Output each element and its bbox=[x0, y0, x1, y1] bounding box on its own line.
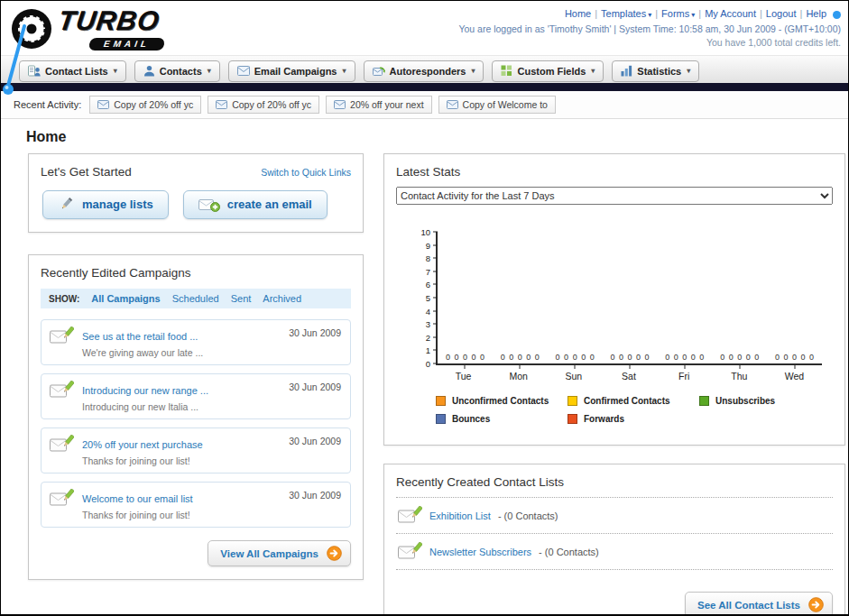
see-all-contact-lists-button[interactable]: See All Contact Lists bbox=[685, 592, 833, 616]
campaigns-filter-bar: SHOW: All CampaignsScheduledSentArchived bbox=[41, 289, 351, 308]
nav-tabs: Contact Lists▾Contacts▾Email Campaigns▾A… bbox=[19, 60, 848, 82]
y-axis-tick-mark bbox=[433, 232, 438, 233]
link-separator: | bbox=[655, 8, 658, 19]
create-email-label: create an email bbox=[227, 198, 312, 211]
contact-list-name-link[interactable]: Exhibition List bbox=[429, 510, 491, 521]
bar-value-label: 0 bbox=[564, 353, 568, 362]
campaign-row: 20% off your next purchaseThanks for joi… bbox=[41, 428, 351, 473]
contact-lists-title: Recently Created Contact Lists bbox=[396, 475, 833, 498]
nav-tab-label: Custom Fields bbox=[517, 66, 586, 77]
filter-all-campaigns[interactable]: All Campaigns bbox=[91, 293, 160, 304]
get-started-panel: Let's Get Started Switch to Quick Links bbox=[28, 153, 364, 233]
latest-stats-title: Latest Stats bbox=[396, 165, 833, 179]
y-axis-tick-label: 9 bbox=[426, 240, 430, 250]
y-axis-tick-mark bbox=[433, 350, 438, 351]
nav-tab-label: Contacts bbox=[160, 66, 202, 77]
legend-label: Forwards bbox=[584, 414, 624, 424]
chart-x-axis-labels: TueMonSunSatFriThuWed bbox=[436, 365, 822, 383]
custom-fields-icon bbox=[501, 65, 512, 77]
x-axis-label: Tue bbox=[456, 371, 472, 382]
top-link-templates[interactable]: Templates▾ bbox=[601, 8, 651, 19]
link-separator: | bbox=[698, 8, 701, 19]
recent-activity-item[interactable]: Copy of 20% off yc bbox=[208, 96, 319, 114]
bar-value-labels: 00000 bbox=[556, 353, 595, 362]
bar-value-label: 0 bbox=[463, 353, 467, 362]
envelope-pencil-icon bbox=[50, 489, 74, 508]
manage-lists-button[interactable]: manage lists bbox=[42, 190, 169, 219]
create-email-button[interactable]: create an email bbox=[183, 190, 328, 219]
campaign-date: 30 Jun 2009 bbox=[289, 382, 341, 392]
filter-sent[interactable]: Sent bbox=[231, 293, 252, 304]
speedometer-icon bbox=[10, 7, 53, 51]
recent-activity-item[interactable]: Copy of Welcome to bbox=[438, 96, 556, 114]
top-link-my-account[interactable]: My Account bbox=[705, 8, 756, 19]
tab-contacts[interactable]: Contacts▾ bbox=[134, 60, 220, 82]
x-axis-label: Sun bbox=[566, 371, 583, 382]
campaign-date: 30 Jun 2009 bbox=[289, 436, 341, 446]
y-axis-tick-label: 8 bbox=[426, 253, 430, 263]
bar-value-label: 0 bbox=[746, 353, 751, 362]
y-axis-tick-mark bbox=[433, 244, 438, 245]
stats-period-select[interactable]: Contact Activity for the Last 7 Days bbox=[396, 187, 833, 205]
y-axis-tick: 8 bbox=[409, 253, 438, 263]
campaign-title-link[interactable]: Introducing our new range ... bbox=[82, 385, 208, 396]
header-right: Home|Templates▾|Forms▾|My Account|Logout… bbox=[458, 5, 841, 53]
arrow-circle-icon bbox=[327, 546, 342, 561]
bar-value-labels: 00000 bbox=[610, 353, 649, 362]
tab-statistics[interactable]: Statistics▾ bbox=[612, 60, 699, 82]
top-link-logout[interactable]: Logout bbox=[766, 8, 797, 19]
top-link-forms[interactable]: Forms▾ bbox=[661, 8, 695, 19]
switch-to-quick-links-link[interactable]: Switch to Quick Links bbox=[261, 167, 351, 178]
recent-activity-item[interactable]: Copy of 20% off yc bbox=[89, 96, 201, 114]
contact-activity-chart: 1098765432100000000000000000000000000000… bbox=[405, 232, 829, 383]
bar-value-label: 0 bbox=[501, 353, 505, 362]
chevron-down-icon: ▾ bbox=[114, 67, 117, 75]
campaign-title-link[interactable]: See us at the retail food ... bbox=[82, 331, 198, 342]
contact-list-detail: - (0 Contacts) bbox=[498, 510, 558, 521]
header-dot bbox=[833, 11, 841, 19]
bar-value-label: 0 bbox=[801, 353, 806, 362]
campaign-title-link[interactable]: 20% off your next purchase bbox=[82, 439, 203, 450]
logo-text: TURBO EMAIL bbox=[59, 7, 164, 51]
arrow-circle-icon bbox=[808, 597, 824, 612]
y-axis-tick-mark bbox=[433, 324, 438, 325]
view-all-campaigns-button[interactable]: View All Campaigns bbox=[208, 540, 351, 566]
legend-swatch bbox=[436, 396, 446, 406]
recent-activity-item[interactable]: 20% off your next bbox=[326, 96, 432, 114]
legend-item: Confirmed Contacts bbox=[568, 396, 699, 406]
y-axis-tick-label: 5 bbox=[426, 293, 430, 303]
bar-value-label: 0 bbox=[645, 353, 650, 362]
campaign-title-link[interactable]: Welcome to our email list bbox=[82, 493, 193, 504]
campaign-subtitle: We're giving away our late ... bbox=[82, 347, 203, 358]
chevron-down-icon: ▾ bbox=[687, 67, 690, 75]
y-axis-tick: 0 bbox=[409, 359, 438, 369]
y-axis-tick: 4 bbox=[409, 306, 438, 316]
bar-value-label: 0 bbox=[627, 353, 632, 362]
contact-list-name-link[interactable]: Newsletter Subscribers bbox=[429, 547, 531, 557]
manage-lists-label: manage lists bbox=[82, 198, 153, 211]
chevron-down-icon: ▾ bbox=[342, 67, 346, 75]
tab-contact-lists[interactable]: Contact Lists▾ bbox=[19, 60, 126, 82]
statistics-icon bbox=[621, 65, 632, 77]
y-axis-tick-mark bbox=[433, 363, 438, 364]
top-link-help[interactable]: Help bbox=[806, 8, 826, 19]
filter-scheduled[interactable]: Scheduled bbox=[172, 293, 219, 304]
recently-edited-campaigns-panel: Recently Edited Campaigns SHOW: All Camp… bbox=[28, 254, 364, 580]
view-all-campaigns-label: View All Campaigns bbox=[220, 548, 318, 559]
tab-autoresponders[interactable]: Autoresponders▾ bbox=[364, 60, 484, 82]
nav-tab-label: Statistics bbox=[637, 66, 681, 77]
page-title: Home bbox=[26, 129, 848, 145]
legend-swatch bbox=[568, 414, 577, 424]
bar-value-label: 0 bbox=[737, 353, 742, 362]
filter-archived[interactable]: Archived bbox=[263, 293, 301, 304]
y-axis-tick-mark bbox=[433, 336, 438, 337]
tab-email-campaigns[interactable]: Email Campaigns▾ bbox=[228, 60, 355, 82]
y-axis-tick-label: 6 bbox=[426, 280, 430, 290]
envelope-plus-icon bbox=[198, 198, 220, 212]
top-link-home[interactable]: Home bbox=[565, 8, 591, 19]
bar-value-labels: 00000 bbox=[446, 353, 484, 362]
campaign-row: See us at the retail food ...We're givin… bbox=[41, 319, 351, 365]
recent-activity-label: Recent Activity: bbox=[14, 99, 81, 110]
campaign-texts: See us at the retail food ...We're givin… bbox=[82, 326, 203, 358]
tab-custom-fields[interactable]: Custom Fields▾ bbox=[492, 60, 604, 82]
